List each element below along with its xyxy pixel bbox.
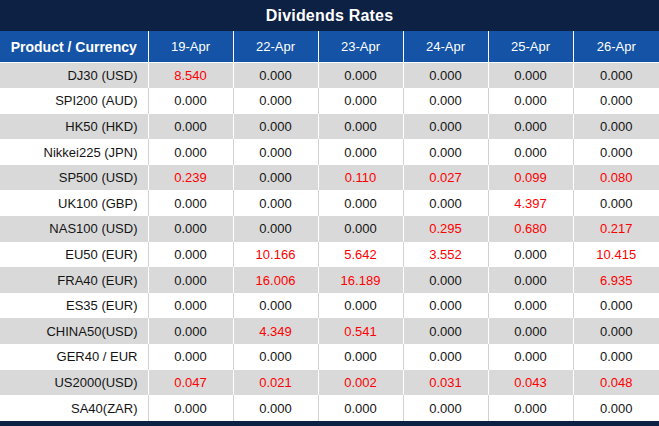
product-cell: ES35 (EUR) [0,293,148,319]
value-cell: 0.000 [233,88,318,114]
value-cell: 0.000 [318,293,403,319]
value-cell: 0.000 [318,88,403,114]
value-cell: 10.166 [233,242,318,268]
table-row: UK100 (GBP)0.0000.0000.0000.0004.3970.00… [0,190,659,216]
value-cell: 0.000 [148,242,233,268]
value-cell: 0.000 [488,242,573,268]
value-cell: 0.000 [403,114,488,140]
date-column-header: 24-Apr [403,31,488,63]
product-cell: Nikkei225 (JPN) [0,139,148,165]
value-cell: 0.000 [573,63,659,89]
value-cell: 0.000 [488,114,573,140]
value-cell: 0.000 [148,293,233,319]
value-cell: 0.000 [318,114,403,140]
value-cell: 0.000 [488,318,573,344]
value-cell: 0.048 [573,370,659,396]
value-cell: 0.000 [233,139,318,165]
value-cell: 0.000 [488,395,573,421]
value-cell: 0.000 [488,88,573,114]
value-cell: 0.000 [148,267,233,293]
value-cell: 0.000 [233,190,318,216]
value-cell: 0.000 [233,395,318,421]
value-cell: 0.000 [573,293,659,319]
value-cell: 0.239 [148,165,233,191]
value-cell: 0.000 [573,318,659,344]
value-cell: 0.000 [573,88,659,114]
product-cell: FRA40 (EUR) [0,267,148,293]
value-cell: 0.000 [403,139,488,165]
product-currency-header: Product / Currency [0,31,148,63]
table-row: Nikkei225 (JPN)0.0000.0000.0000.0000.000… [0,139,659,165]
value-cell: 0.000 [148,318,233,344]
page-title: Dividends Rates [266,7,393,25]
value-cell: 0.043 [488,370,573,396]
value-cell: 0.000 [233,293,318,319]
value-cell: 0.110 [318,165,403,191]
value-cell: 0.000 [148,216,233,242]
product-cell: EU50 (EUR) [0,242,148,268]
value-cell: 3.552 [403,242,488,268]
date-column-header: 23-Apr [318,31,403,63]
value-cell: 0.000 [403,293,488,319]
value-cell: 4.349 [233,318,318,344]
product-cell: GER40 / EUR [0,344,148,370]
value-cell: 0.000 [318,344,403,370]
value-cell: 0.217 [573,216,659,242]
table-body: DJ30 (USD)8.5400.0000.0000.0000.0000.000… [0,63,659,421]
value-cell: 0.000 [318,216,403,242]
table-row: SPI200 (AUD)0.0000.0000.0000.0000.0000.0… [0,88,659,114]
value-cell: 16.006 [233,267,318,293]
value-cell: 0.000 [573,139,659,165]
table-row: US2000(USD)0.0470.0210.0020.0310.0430.04… [0,370,659,396]
product-cell: SA40(ZAR) [0,395,148,421]
value-cell: 0.000 [403,88,488,114]
value-cell: 0.000 [148,88,233,114]
product-cell: SPI200 (AUD) [0,88,148,114]
value-cell: 0.000 [233,165,318,191]
value-cell: 0.000 [148,114,233,140]
dividends-table: Product / Currency19-Apr22-Apr23-Apr24-A… [0,31,659,421]
table-row: SA40(ZAR)0.0000.0000.0000.0000.0000.000 [0,395,659,421]
value-cell: 0.002 [318,370,403,396]
value-cell: 0.027 [403,165,488,191]
table-row: CHINA50(USD)0.0004.3490.5410.0000.0000.0… [0,318,659,344]
value-cell: 16.189 [318,267,403,293]
value-cell: 0.000 [318,395,403,421]
value-cell: 0.080 [573,165,659,191]
value-cell: 0.680 [488,216,573,242]
value-cell: 0.000 [403,63,488,89]
value-cell: 0.000 [318,190,403,216]
value-cell: 0.000 [573,190,659,216]
value-cell: 0.031 [403,370,488,396]
value-cell: 10.415 [573,242,659,268]
table-row: HK50 (HKD)0.0000.0000.0000.0000.0000.000 [0,114,659,140]
value-cell: 0.000 [403,190,488,216]
value-cell: 0.000 [488,139,573,165]
dividends-rates-panel: Dividends Rates Product / Currency19-Apr… [0,0,659,426]
value-cell: 4.397 [488,190,573,216]
value-cell: 0.000 [403,267,488,293]
title-bar: Dividends Rates [0,0,659,31]
footer-bar [0,421,659,426]
table-row: DJ30 (USD)8.5400.0000.0000.0000.0000.000 [0,63,659,89]
table-row: GER40 / EUR0.0000.0000.0000.0000.0000.00… [0,344,659,370]
value-cell: 0.000 [403,344,488,370]
value-cell: 0.000 [573,395,659,421]
value-cell: 0.000 [233,216,318,242]
value-cell: 0.000 [148,344,233,370]
value-cell: 0.295 [403,216,488,242]
product-cell: US2000(USD) [0,370,148,396]
table-row: ES35 (EUR)0.0000.0000.0000.0000.0000.000 [0,293,659,319]
product-cell: UK100 (GBP) [0,190,148,216]
value-cell: 0.541 [318,318,403,344]
value-cell: 0.000 [233,114,318,140]
value-cell: 0.000 [403,395,488,421]
value-cell: 0.000 [488,344,573,370]
value-cell: 0.000 [573,114,659,140]
date-column-header: 26-Apr [573,31,659,63]
product-cell: HK50 (HKD) [0,114,148,140]
date-column-header: 25-Apr [488,31,573,63]
value-cell: 8.540 [148,63,233,89]
table-row: NAS100 (USD)0.0000.0000.0000.2950.6800.2… [0,216,659,242]
value-cell: 0.000 [488,63,573,89]
